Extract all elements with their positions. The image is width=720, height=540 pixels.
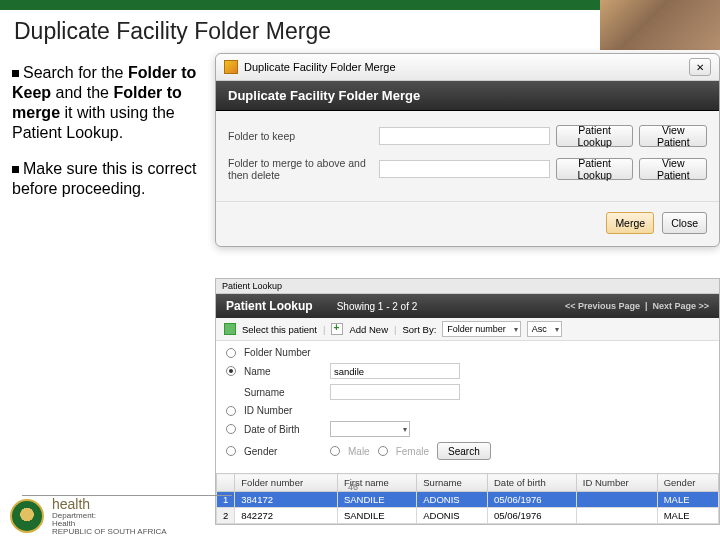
sortby-label: Sort By: xyxy=(403,324,437,335)
patient-lookup-button-2[interactable]: Patient Lookup xyxy=(556,158,634,180)
folder-keep-input[interactable] xyxy=(379,127,550,145)
select-patient-link[interactable]: Select this patient xyxy=(242,324,317,335)
folder-keep-label: Folder to keep xyxy=(228,130,373,142)
folder-merge-input[interactable] xyxy=(379,160,550,178)
footer-branding: health Department: Health REPUBLIC OF SO… xyxy=(10,496,167,536)
crest-icon xyxy=(10,499,44,533)
radio-id[interactable] xyxy=(226,406,236,416)
dob-picker[interactable] xyxy=(330,421,410,437)
window-title: Duplicate Facility Folder Merge xyxy=(244,61,396,73)
app-icon xyxy=(224,60,238,74)
close-button[interactable]: Close xyxy=(662,212,707,234)
radio-gender[interactable] xyxy=(226,446,236,456)
add-new-link[interactable]: Add New xyxy=(349,324,388,335)
view-patient-button[interactable]: View Patient xyxy=(639,125,707,147)
bullet-2: Make sure this is correct before proceed… xyxy=(12,159,207,199)
search-button[interactable]: Search xyxy=(437,442,491,460)
name-input[interactable] xyxy=(330,363,460,379)
merge-dialog: Duplicate Facility Folder Merge ✕ Duplic… xyxy=(215,53,720,247)
next-page-link[interactable]: Next Page >> xyxy=(652,301,709,311)
radio-female[interactable] xyxy=(378,446,388,456)
view-patient-button-2[interactable]: View Patient xyxy=(639,158,707,180)
radio-male[interactable] xyxy=(330,446,340,456)
close-icon[interactable]: ✕ xyxy=(689,58,711,76)
prev-page-link[interactable]: << Previous Page xyxy=(565,301,640,311)
radio-name[interactable] xyxy=(226,366,236,376)
bullet-icon xyxy=(12,166,19,173)
table-row[interactable]: 1 384172 SANDILE ADONIS 05/06/1976 MALE xyxy=(217,492,719,508)
table-row[interactable]: 2 842272 SANDILE ADONIS 05/06/1976 MALE xyxy=(217,508,719,524)
surname-input[interactable] xyxy=(330,384,460,400)
add-icon xyxy=(331,323,343,335)
select-icon xyxy=(224,323,236,335)
panel-tab: Patient Lookup xyxy=(216,279,719,294)
bullet-1: Search for the Folder to Keep and the Fo… xyxy=(12,63,207,143)
panel-title: Patient Lookup xyxy=(226,299,313,313)
slide-title: Duplicate Facility Folder Merge xyxy=(14,18,331,45)
bullet-icon xyxy=(12,70,19,77)
radio-folder[interactable] xyxy=(226,348,236,358)
results-table: Folder number First name Surname Date of… xyxy=(216,473,719,524)
sort-dir-select[interactable]: Asc xyxy=(527,321,562,337)
page-number: 46 xyxy=(348,482,358,492)
merge-button[interactable]: Merge xyxy=(606,212,654,234)
patient-lookup-panel: Patient Lookup Patient Lookup Showing 1 … xyxy=(215,278,720,525)
dialog-header: Duplicate Facility Folder Merge xyxy=(216,81,719,111)
patient-lookup-button[interactable]: Patient Lookup xyxy=(556,125,634,147)
sort-field-select[interactable]: Folder number xyxy=(442,321,521,337)
surname-label: Surname xyxy=(244,387,322,398)
result-count: Showing 1 - 2 of 2 xyxy=(337,301,418,312)
header-photo xyxy=(600,0,720,50)
folder-merge-label: Folder to merge to above and then delete xyxy=(228,157,373,181)
radio-dob[interactable] xyxy=(226,424,236,434)
